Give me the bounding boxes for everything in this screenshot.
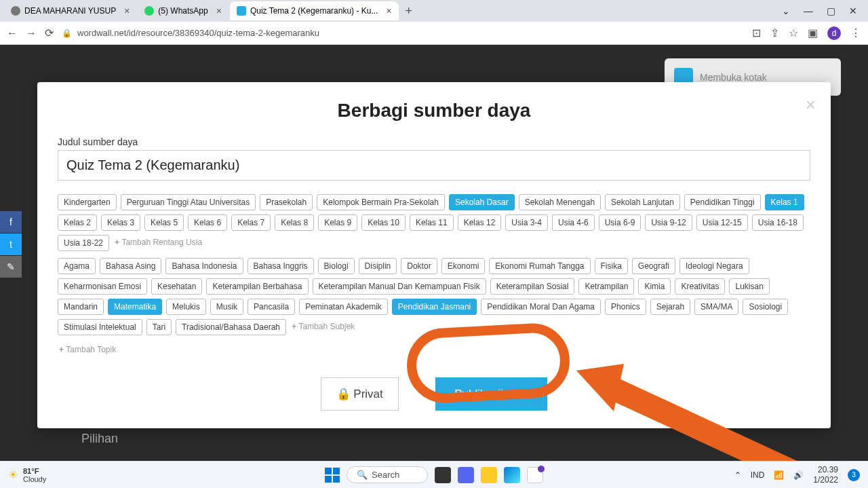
menu-icon[interactable]: ⋮: [850, 26, 861, 39]
twitter-icon[interactable]: t: [0, 233, 22, 255]
tag-ekonomi[interactable]: Ekonomi: [441, 258, 486, 274]
tag-keharmonisan-emosi[interactable]: Keharmonisan Emosi: [58, 278, 147, 295]
back-icon[interactable]: ←: [7, 27, 18, 39]
tag-ekonomi-rumah-tangga[interactable]: Ekonomi Rumah Tangga: [489, 258, 590, 274]
clock[interactable]: 20.39 1/2022: [813, 465, 838, 485]
tag-pancasila[interactable]: Pancasila: [248, 299, 295, 315]
tag-kelas-3[interactable]: Kelas 3: [101, 214, 140, 231]
tag-mandarin[interactable]: Mandarin: [58, 299, 104, 315]
tag-keterampilan-berbahasa[interactable]: Keterampilan Berbahasa: [206, 278, 308, 295]
tag-sekolah-menengah[interactable]: Sekolah Menengah: [519, 194, 601, 210]
tag-disiplin[interactable]: Disiplin: [359, 258, 397, 274]
reload-icon[interactable]: ⟳: [45, 26, 54, 39]
new-tab-button[interactable]: +: [400, 4, 418, 18]
tag-sosiologi[interactable]: Sosiologi: [743, 299, 788, 315]
wifi-icon[interactable]: 📶: [774, 470, 784, 480]
tag-tradisional/bahasa-daerah[interactable]: Tradisional/Bahasa Daerah: [176, 319, 286, 335]
close-icon[interactable]: ×: [806, 94, 816, 115]
edge-icon[interactable]: [504, 467, 520, 483]
start-button[interactable]: [325, 468, 340, 483]
tag-lukisan[interactable]: Lukisan: [729, 278, 769, 295]
tag-musik[interactable]: Musik: [210, 299, 243, 315]
tag-peminatan-akademik[interactable]: Peminatan Akademik: [299, 299, 388, 315]
task-view-icon[interactable]: [435, 467, 451, 483]
tag-melukis[interactable]: Melukis: [166, 299, 206, 315]
tag-ideologi-negara[interactable]: Ideologi Negara: [679, 258, 749, 274]
tag-pendidikan-moral-dan-agama[interactable]: Pendidikan Moral Dan Agama: [481, 299, 601, 315]
tag-kelas-6[interactable]: Kelas 6: [188, 214, 227, 231]
share-icon[interactable]: ⇪: [770, 26, 779, 39]
tag-sekolah-dasar[interactable]: Sekolah Dasar: [449, 194, 515, 210]
tag-kelas-1[interactable]: Kelas 1: [765, 194, 804, 210]
tag-kesehatan[interactable]: Kesehatan: [151, 278, 202, 295]
tag-fisika[interactable]: Fisika: [595, 258, 628, 274]
notification-badge[interactable]: 3: [848, 469, 860, 481]
private-button[interactable]: 🔒 Privat: [321, 377, 399, 411]
tag-perguruan-tinggi-atau-universitas[interactable]: Perguruan Tinggi Atau Universitas: [121, 194, 256, 210]
add-topic-link[interactable]: Tambah Topik: [58, 342, 810, 357]
translate-icon[interactable]: ⊡: [752, 26, 761, 39]
weather-widget[interactable]: ☀ 81°F Cloudy: [8, 467, 46, 483]
url-bar[interactable]: 🔒 wordwall.net/id/resource/38369340/quiz…: [62, 28, 319, 38]
tag-stimulasi-intelektual[interactable]: Stimulasi Intelektual: [58, 319, 142, 335]
explorer-icon[interactable]: [481, 467, 497, 483]
tag-keterampilan-manual-dan-kemampuan-fisik[interactable]: Keterampilan Manual Dan Kemampuan Fisik: [313, 278, 486, 295]
tag-bahasa-indonesia[interactable]: Bahasa Indonesia: [165, 258, 243, 274]
browser-tab[interactable]: (5) WhatsApp ×: [138, 1, 229, 20]
tag-kelas-10[interactable]: Kelas 10: [361, 214, 406, 231]
tag-ketrampilan[interactable]: Ketrampilan: [578, 278, 634, 295]
tag-doktor[interactable]: Doktor: [401, 258, 437, 274]
close-window-icon[interactable]: ✕: [849, 5, 857, 16]
chevron-up-icon[interactable]: ⌃: [734, 470, 741, 480]
tag-kelas-5[interactable]: Kelas 5: [144, 214, 184, 231]
tag-usia-18-22[interactable]: Usia 18-22: [58, 235, 109, 251]
tag-kelas-8[interactable]: Kelas 8: [275, 214, 314, 231]
tag-pendidikan-jasmani[interactable]: Pendidikan Jasmani: [392, 299, 477, 315]
tag-kelas-9[interactable]: Kelas 9: [318, 214, 357, 231]
search-box[interactable]: 🔍 Search: [347, 466, 428, 483]
tag-kimia[interactable]: Kimia: [638, 278, 671, 295]
tag-kelas-12[interactable]: Kelas 12: [458, 214, 502, 231]
tag-kreativitas[interactable]: Kreativitas: [675, 278, 725, 295]
tag-usia-12-15[interactable]: Usia 12-15: [696, 214, 748, 231]
browser-tab-active[interactable]: Quiz Tema 2 (Kegemaranku) - Ku... ×: [230, 1, 399, 20]
tag-geografi[interactable]: Geografi: [632, 258, 675, 274]
title-input[interactable]: [58, 150, 810, 181]
publish-button[interactable]: Publikasikan ▸: [435, 377, 547, 411]
close-icon[interactable]: ×: [386, 5, 391, 16]
tag-kindergarten[interactable]: Kindergarten: [58, 194, 117, 210]
tag-keterampilan-sosial[interactable]: Keterampilan Sosial: [490, 278, 575, 295]
tag-bahasa-inggris[interactable]: Bahasa Inggris: [248, 258, 314, 274]
tag-pendidikan-tinggi[interactable]: Pendidikan Tinggi: [684, 194, 761, 210]
close-icon[interactable]: ×: [124, 5, 130, 16]
tag-usia-9-12[interactable]: Usia 9-12: [645, 214, 692, 231]
tag-prasekolah[interactable]: Prasekolah: [260, 194, 313, 210]
tag-kelas-11[interactable]: Kelas 11: [410, 214, 454, 231]
tag-biologi[interactable]: Biologi: [318, 258, 355, 274]
tag-kelas-2[interactable]: Kelas 2: [58, 214, 97, 231]
profile-badge[interactable]: d: [827, 26, 841, 40]
tag-sekolah-lanjutan[interactable]: Sekolah Lanjutan: [605, 194, 680, 210]
tag-phonics[interactable]: Phonics: [605, 299, 646, 315]
close-icon[interactable]: ×: [216, 5, 222, 16]
tag-usia-4-6[interactable]: Usia 4-6: [552, 214, 595, 231]
tag-usia-3-4[interactable]: Usia 3-4: [505, 214, 548, 231]
browser-tab[interactable]: DEA MAHARANI YUSUP ×: [4, 1, 136, 20]
chat-icon[interactable]: [458, 467, 474, 483]
add-tag-link[interactable]: Tambah Rentang Usia: [113, 235, 203, 251]
maximize-icon[interactable]: ▢: [827, 5, 835, 16]
star-icon[interactable]: ☆: [789, 26, 798, 39]
chrome-icon[interactable]: [527, 467, 543, 483]
tag-sejarah[interactable]: Sejarah: [650, 299, 690, 315]
add-tag-link[interactable]: Tambah Subjek: [290, 319, 356, 335]
tag-bahasa-asing[interactable]: Bahasa Asing: [100, 258, 161, 274]
share-icon[interactable]: ✎: [0, 256, 22, 278]
extensions-icon[interactable]: ▣: [808, 26, 818, 39]
tag-tari[interactable]: Tari: [146, 319, 172, 335]
tag-matematika[interactable]: Matematika: [108, 299, 162, 315]
tag-kelas-7[interactable]: Kelas 7: [231, 214, 271, 231]
volume-icon[interactable]: 🔊: [793, 470, 804, 480]
tag-usia-6-9[interactable]: Usia 6-9: [599, 214, 642, 231]
tag-agama[interactable]: Agama: [58, 258, 96, 274]
tag-kelompok-bermain-pra-sekolah[interactable]: Kelompok Bermain Pra-Sekolah: [317, 194, 445, 210]
